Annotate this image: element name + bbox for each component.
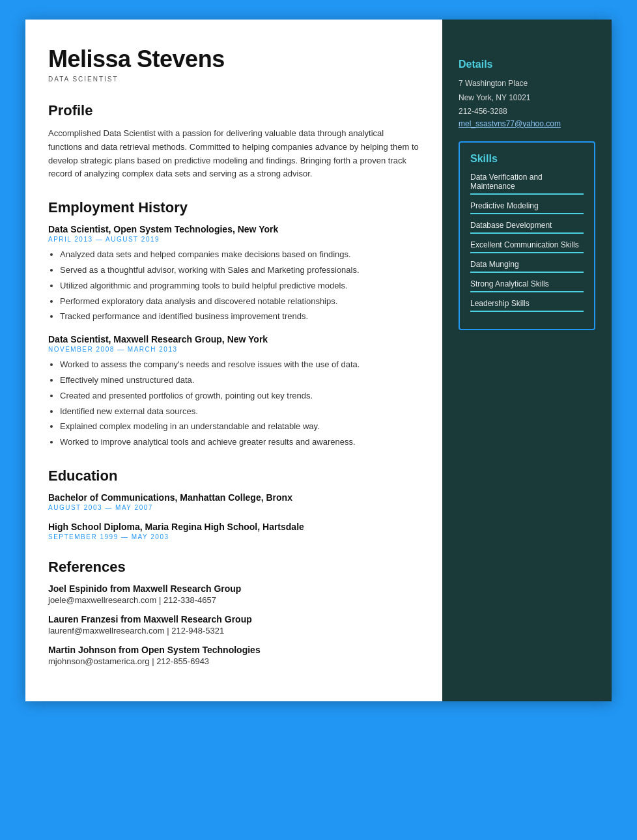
list-item: Identified new external data sources.: [60, 405, 419, 419]
skill-name: Strong Analytical Skills: [470, 279, 584, 288]
list-item: Tracked performance and identified busin…: [60, 310, 419, 324]
right-column: Details 7 Washington Place New York, NY …: [442, 20, 612, 701]
skill-bar: [470, 252, 584, 253]
skill-item: Leadership Skills: [470, 299, 584, 312]
skill-bar: [470, 232, 584, 234]
skill-bar: [470, 311, 584, 312]
skill-name: Database Development: [470, 221, 584, 230]
skill-item: Excellent Communication Skills: [470, 240, 584, 253]
list-item: Worked to assess the company's needs and…: [60, 358, 419, 372]
list-item: Performed exploratory data analysis and …: [60, 295, 419, 309]
list-item: Worked to improve analytical tools and a…: [60, 436, 419, 449]
left-column: Melissa Stevens Data Scientist Profile A…: [25, 20, 442, 701]
skill-bar: [470, 213, 584, 214]
list-item: Utilized algorithmic and programming too…: [60, 279, 419, 293]
skill-item: Data Munging: [470, 260, 584, 273]
skill-name: Data Verification and Maintenance: [470, 173, 584, 191]
list-item: Explained complex modeling in an underst…: [60, 420, 419, 434]
references-section-title: References: [48, 559, 419, 576]
job-2-dates: November 2008 — March 2013: [48, 346, 419, 353]
profile-section-title: Profile: [48, 102, 419, 119]
skill-name: Leadership Skills: [470, 299, 584, 308]
list-item: Created and presented portfolios of grow…: [60, 389, 419, 403]
job-2-title: Data Scientist, Maxwell Research Group, …: [48, 334, 419, 344]
skill-bar: [470, 272, 584, 273]
ref-2-name: Lauren Franzesi from Maxwell Research Gr…: [48, 614, 419, 624]
profile-text: Accomplished Data Scientist with a passi…: [48, 127, 419, 181]
job-2-bullets: Worked to assess the company's needs and…: [48, 358, 419, 449]
skills-section-title: Skills: [470, 153, 584, 165]
job-1-dates: April 2013 — August 2019: [48, 236, 419, 243]
skill-item: Data Verification and Maintenance: [470, 173, 584, 195]
skill-name: Data Munging: [470, 260, 584, 269]
school-1-dates: August 2003 — May 2007: [48, 504, 419, 511]
employment-section-title: Employment History: [48, 199, 419, 216]
skill-name: Excellent Communication Skills: [470, 240, 584, 249]
list-item: Effectively mined unstructured data.: [60, 374, 419, 387]
name: Melissa Stevens: [48, 46, 419, 73]
school-2-dates: September 1999 — May 2003: [48, 533, 419, 540]
list-item: Served as a thoughtful advisor, working …: [60, 264, 419, 277]
job-title: Data Scientist: [48, 76, 419, 83]
address-line1: 7 Washington Place: [459, 77, 595, 91]
skills-box: Skills Data Verification and Maintenance…: [459, 141, 595, 330]
phone: 212-456-3288: [459, 105, 595, 119]
address-line2: New York, NY 10021: [459, 91, 595, 105]
job-1-bullets: Analyzed data sets and helped companies …: [48, 248, 419, 324]
resume-wrapper: Melissa Stevens Data Scientist Profile A…: [25, 20, 612, 701]
ref-3-contact: mjohnson@ostamerica.org | 212-855-6943: [48, 656, 419, 666]
details-section-title: Details: [459, 59, 595, 70]
job-1-title: Data Scientist, Open System Technologies…: [48, 224, 419, 234]
ref-3-name: Martin Johnson from Open System Technolo…: [48, 645, 419, 655]
skill-item: Database Development: [470, 221, 584, 234]
skill-bar: [470, 291, 584, 292]
school-1-degree: Bachelor of Communications, Manhattan Co…: [48, 492, 419, 503]
ref-2-contact: laurenf@maxwellresearch.com | 212-948-53…: [48, 626, 419, 636]
education-section-title: Education: [48, 468, 419, 484]
skill-bar: [470, 193, 584, 195]
list-item: Analyzed data sets and helped companies …: [60, 248, 419, 262]
email: mel_ssastvns77@yahoo.com: [459, 119, 595, 128]
skill-item: Predictive Modeling: [470, 201, 584, 214]
skill-item: Strong Analytical Skills: [470, 279, 584, 292]
skill-name: Predictive Modeling: [470, 201, 584, 210]
school-2-degree: High School Diploma, Maria Regina High S…: [48, 522, 419, 532]
ref-1-name: Joel Espinido from Maxwell Research Grou…: [48, 583, 419, 594]
ref-1-contact: joele@maxwellresearch.com | 212-338-4657: [48, 595, 419, 605]
